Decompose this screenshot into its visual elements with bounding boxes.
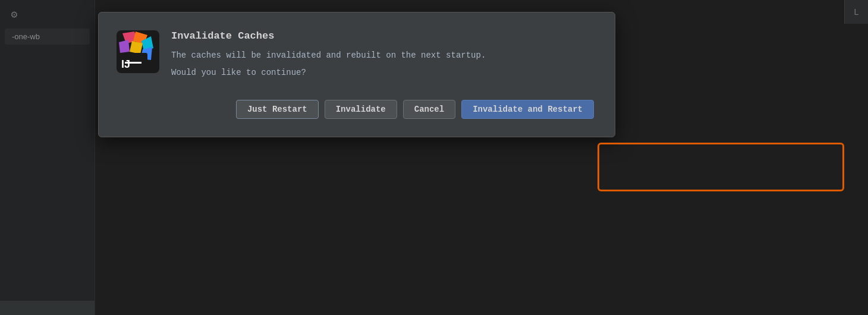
dialog-buttons: Just Restart Invalidate Cancel Invalidat… [117,94,594,119]
ij-logo-underline [125,62,141,64]
invalidate-button[interactable]: Invalidate [325,100,397,119]
dialog-message-line1: The caches will be invalidated and rebui… [171,49,594,62]
invalidate-caches-dialog: IJ Invalidate Caches The caches will be … [98,12,615,137]
intellij-logo: IJ [117,30,159,73]
ij-logo-text: IJ [121,59,130,70]
dialog-message-line2: Would you like to continue? [171,68,594,77]
svg-marker-1 [119,40,130,53]
invalidate-and-restart-container: Invalidate and Restart [461,100,594,119]
svg-marker-4 [130,41,143,54]
cancel-button[interactable]: Cancel [403,100,455,119]
just-restart-button[interactable]: Just Restart [236,100,319,119]
dialog-header: IJ Invalidate Caches The caches will be … [117,30,594,77]
dialog-content: Invalidate Caches The caches will be inv… [171,30,594,77]
dialog-title: Invalidate Caches [171,30,594,42]
invalidate-and-restart-button[interactable]: Invalidate and Restart [461,100,594,119]
